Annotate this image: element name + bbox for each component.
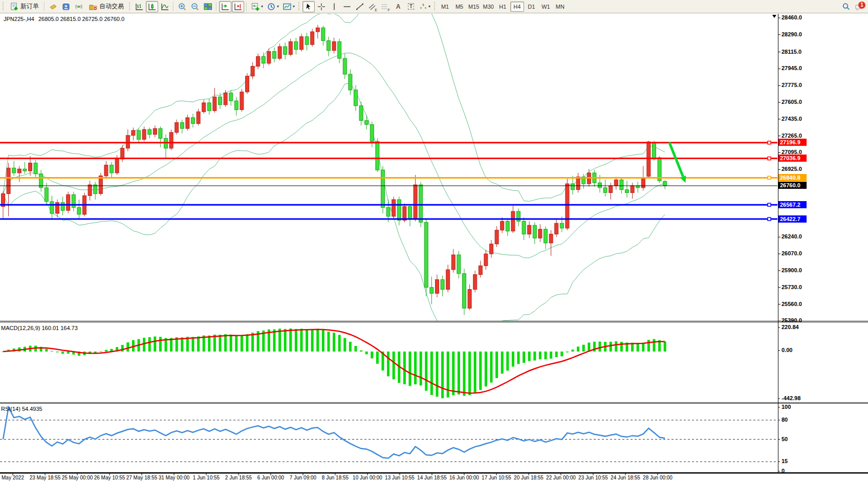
price-tick-label: 26240.0 (782, 233, 802, 239)
price-tick-label: 25730.0 (782, 284, 802, 290)
price-line-badge: 27036.9 (778, 155, 807, 162)
time-axis-label: 10 Jun 00:00 (353, 475, 382, 480)
chart-ohlc-values: 26805.0 26815.0 26725.0 26760.0 (38, 16, 124, 22)
price-tick-label: 26925.0 (782, 166, 802, 172)
time-axis-label: 7 Jun 09:00 (290, 475, 316, 480)
rsi-axis-label: 15 (782, 458, 788, 464)
price-tick-label: 28115.0 (782, 49, 801, 55)
price-tick-label: 26070.0 (782, 250, 802, 256)
time-axis-label: 20 Jun 18:55 (514, 475, 544, 480)
price-tick-label: 28460.0 (782, 14, 802, 20)
time-axis-label: 23 Jun 10:55 (578, 475, 608, 480)
price-tick-label: 27775.0 (782, 82, 802, 88)
macd-axis-label: 220.84 (782, 324, 799, 330)
rsi-axis-label: 100 (782, 404, 791, 410)
trading-platform-window: 新订单 (0, 0, 868, 481)
price-line-badge: 26422.7 (778, 215, 807, 223)
price-line-badge: 26840.8 (778, 174, 807, 181)
price-tick-label: 27605.0 (782, 99, 802, 105)
rsi-axis-label: 50 (782, 436, 788, 442)
time-axis-label: 27 May 18:55 (126, 475, 158, 480)
price-tick-label: 27435.0 (782, 116, 802, 122)
macd-axis-label: -442.98 (782, 395, 800, 401)
time-axis-label: May 2022 (2, 475, 24, 480)
rsi-indicator-label: RSI(14) 54.4935 (1, 406, 42, 412)
macd-indicator-label: MACD(12,26,9) 160.01 164.73 (1, 325, 78, 331)
time-axis-label: 28 Jun 00:00 (643, 475, 672, 480)
price-line-badge: 27196.9 (778, 139, 807, 146)
price-tick-label: 25390.0 (782, 317, 802, 323)
rsi-axis-label: 0 (782, 468, 785, 474)
chart-symbol-period: JPN225-,H4 (4, 16, 34, 22)
rsi-axis-label: 80 (782, 417, 788, 423)
time-axis-label: 25 May 00:00 (62, 475, 93, 480)
price-tick-label: 27265.0 (782, 133, 802, 139)
time-axis-label: 8 Jun 18:55 (322, 475, 349, 480)
price-tick-label: 25900.0 (782, 267, 802, 273)
price-tick-label: 27945.0 (782, 65, 802, 71)
macd-axis-label: 0.00 (782, 347, 792, 353)
chart-ohlc-header: JPN225-,H426805.0 26815.0 26725.0 26760.… (4, 16, 124, 22)
time-axis-label: 14 Jun 18:55 (417, 475, 447, 480)
chart-canvas[interactable] (0, 0, 868, 481)
time-axis-label: 26 May 10:55 (94, 475, 125, 480)
time-axis-label: 22 Jun 00:00 (546, 475, 576, 480)
time-axis-label: 2 Jun 18:55 (225, 475, 252, 480)
chart-area[interactable]: JPN225-,H426805.0 26815.0 26725.0 26760.… (0, 14, 868, 481)
time-axis-label: 16 Jun 00:00 (449, 475, 479, 480)
time-axis-label: 13 Jun 10:55 (385, 475, 415, 480)
time-axis-label: 17 Jun 10:55 (482, 475, 511, 480)
time-axis-label: 24 Jun 18:55 (611, 475, 640, 480)
price-tick-label: 28290.0 (782, 31, 802, 37)
time-axis-label: 6 Jun 00:00 (257, 475, 284, 480)
price-tick-label: 25560.0 (782, 301, 802, 307)
time-axis-label: 1 Jun 10:55 (193, 475, 220, 480)
price-line-badge: 26567.2 (778, 201, 807, 208)
price-line-badge: 26760.0 (778, 182, 807, 189)
time-axis-label: 31 May 00:00 (159, 475, 190, 480)
time-axis-label: 23 May 18:55 (30, 475, 61, 480)
